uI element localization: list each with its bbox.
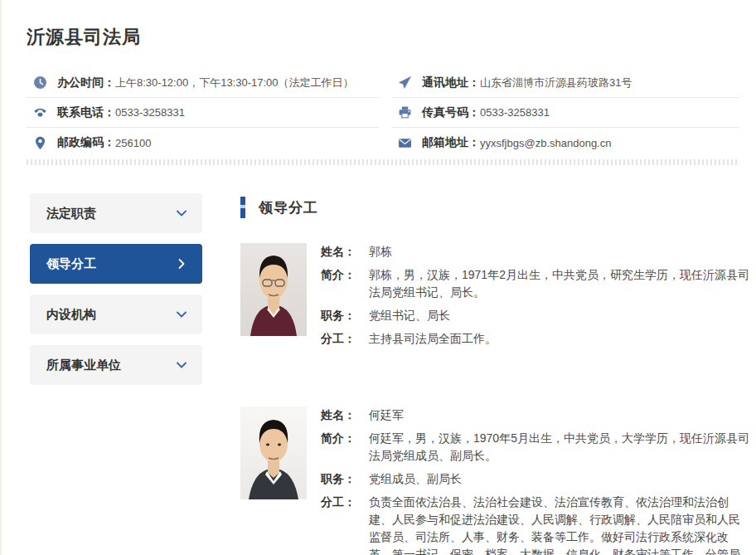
sidebar-nav: 法定职责 领导分工 内设机构 所属事业单位 xyxy=(30,193,202,555)
leader-fields: 姓名： 郭栋 简介： 郭栋，男，汉族，1971年2月出生，中共党员，研究生学历，… xyxy=(321,243,750,353)
field-value: 何廷军，男，汉族，1970年5月出生，中共党员，大学学历，现任沂源县司法局党组成… xyxy=(369,430,750,465)
field-value: 党组成员、副局长 xyxy=(369,470,750,488)
phone-icon xyxy=(33,105,47,119)
page-title: 沂源县司法局 xyxy=(27,25,750,50)
leader-profile: 姓名： 郭栋 简介： 郭栋，男，汉族，1971年2月出生，中共党员，研究生学历，… xyxy=(240,243,750,353)
sidebar-item-legal-duties[interactable]: 法定职责 xyxy=(30,193,202,233)
leader-photo xyxy=(240,243,307,336)
chevron-down-icon xyxy=(176,359,187,371)
leader-fields: 姓名： 何廷军 简介： 何廷军，男，汉族，1970年5月出生，中共党员，大学学历… xyxy=(321,407,750,555)
sidebar-item-affiliated-units[interactable]: 所属事业单位 xyxy=(30,345,202,385)
sidebar-item-label: 内设机构 xyxy=(46,307,96,323)
leader-profile: 姓名： 何廷军 简介： 何廷军，男，汉族，1970年5月出生，中共党员，大学学历… xyxy=(240,407,750,555)
sidebar-item-leadership[interactable]: 领导分工 xyxy=(30,244,202,284)
contact-row-email: 邮箱地址： yyxsfjbgs@zb.shandong.cn xyxy=(391,128,739,158)
page: 沂源县司法局 办公时间： 上午8:30-12:00，下午13:30-17:00（… xyxy=(2,0,756,555)
field-label: 姓名： xyxy=(321,243,369,260)
contact-row-postcode: 邮政编码： 256100 xyxy=(27,128,379,158)
field-name: 姓名： 郭栋 xyxy=(321,243,750,260)
contact-row-phone: 联系电话： 0533-3258331 xyxy=(27,98,379,128)
field-label: 分工： xyxy=(321,494,369,555)
sidebar-item-label: 所属事业单位 xyxy=(46,358,121,373)
leader-photo xyxy=(240,407,307,499)
mail-icon xyxy=(398,136,412,150)
contact-row-office-hours: 办公时间： 上午8:30-12:00，下午13:30-17:00（法定工作日） xyxy=(27,68,379,98)
sidebar-item-label: 法定职责 xyxy=(46,206,96,222)
field-label: 姓名： xyxy=(321,407,369,424)
field-name: 姓名： 何廷军 xyxy=(321,407,750,424)
contact-label: 联系电话： xyxy=(57,105,115,120)
main-content: 领导分工 xyxy=(240,193,750,555)
contact-value: 山东省淄博市沂源县药玻路31号 xyxy=(480,75,632,90)
field-intro: 简介： 郭栋，男，汉族，1971年2月出生，中共党员，研究生学历，现任沂源县司法… xyxy=(321,266,750,301)
contact-label: 通讯地址： xyxy=(422,75,480,90)
field-value: 负责全面依法治县、法治社会建设、法治宣传教育、依法治理和法治创建、人民参与和促进… xyxy=(369,494,750,555)
field-value: 党组书记、局长 xyxy=(369,307,750,324)
dashed-divider xyxy=(27,159,739,165)
field-label: 分工： xyxy=(321,330,369,348)
field-position: 职务： 党组成员、副局长 xyxy=(321,470,750,488)
sidebar-item-label: 领导分工 xyxy=(46,256,96,272)
send-icon xyxy=(398,75,412,90)
chevron-down-icon xyxy=(176,309,187,320)
field-value: 郭栋 xyxy=(369,243,750,260)
contact-value: 上午8:30-12:00，下午13:30-17:00（法定工作日） xyxy=(115,75,354,90)
sidebar-item-internal-orgs[interactable]: 内设机构 xyxy=(30,295,202,334)
contact-row-address: 通讯地址： 山东省淄博市沂源县药玻路31号 xyxy=(391,68,739,98)
field-value: 何廷军 xyxy=(369,407,750,424)
contact-value: 256100 xyxy=(115,137,151,149)
field-label: 简介： xyxy=(321,430,369,465)
section-title: 领导分工 xyxy=(259,198,318,217)
section-header: 领导分工 xyxy=(240,197,750,218)
contact-value: 0533-3258331 xyxy=(480,106,550,119)
contact-value: yyxsfjbgs@zb.shandong.cn xyxy=(480,137,611,149)
contact-label: 办公时间： xyxy=(57,75,115,90)
content-layout: 法定职责 领导分工 内设机构 所属事业单位 xyxy=(27,193,750,555)
contact-label: 邮箱地址： xyxy=(422,135,480,150)
field-division: 分工： 负责全面依法治县、法治社会建设、法治宣传教育、依法治理和法治创建、人民参… xyxy=(321,494,750,555)
field-value: 主持县司法局全面工作。 xyxy=(369,330,750,348)
fax-icon xyxy=(398,105,412,119)
field-label: 简介： xyxy=(321,266,369,301)
field-label: 职务： xyxy=(321,307,369,324)
section-marker-bar xyxy=(240,197,245,218)
contact-label: 传真号码： xyxy=(422,105,480,120)
field-intro: 简介： 何廷军，男，汉族，1970年5月出生，中共党员，大学学历，现任沂源县司法… xyxy=(321,430,750,465)
field-division: 分工： 主持县司法局全面工作。 xyxy=(321,330,750,348)
field-position: 职务： 党组书记、局长 xyxy=(321,307,750,324)
contact-row-fax: 传真号码： 0533-3258331 xyxy=(391,98,739,128)
contact-value: 0533-3258331 xyxy=(115,106,185,119)
chevron-down-icon xyxy=(176,207,187,219)
clock-icon xyxy=(33,75,47,90)
pin-icon xyxy=(33,136,47,150)
chevron-right-icon xyxy=(176,258,187,270)
field-label: 职务： xyxy=(321,470,369,488)
contact-label: 邮政编码： xyxy=(57,135,115,150)
contact-info-grid: 办公时间： 上午8:30-12:00，下午13:30-17:00（法定工作日） … xyxy=(27,68,739,158)
field-value: 郭栋，男，汉族，1971年2月出生，中共党员，研究生学历，现任沂源县司法局党组书… xyxy=(369,266,750,301)
